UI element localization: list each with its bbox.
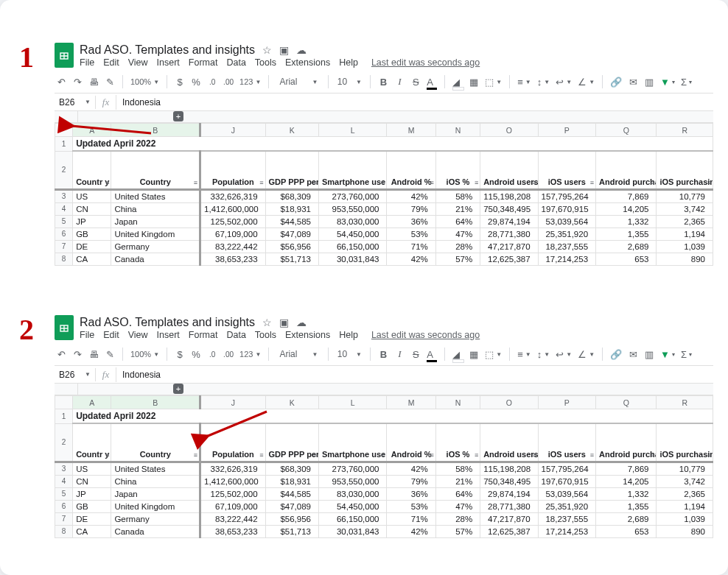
cell[interactable]: 30,031,843 <box>318 525 387 537</box>
cell[interactable]: 7,869 <box>596 189 657 202</box>
spreadsheet-grid-1[interactable]: A B J K L M N O P Q R 1 Updated April 20… <box>55 123 713 266</box>
cell[interactable]: DE <box>73 512 111 525</box>
header-cell[interactable]: Population≡ <box>200 151 265 189</box>
cell[interactable]: 1,039 <box>657 240 713 253</box>
filter-icon[interactable]: ≡ <box>651 179 654 186</box>
cell[interactable]: 953,550,000 <box>318 475 387 487</box>
col-header[interactable]: Q <box>596 124 657 137</box>
cell[interactable]: 54,450,000 <box>318 500 387 512</box>
filter-icon[interactable]: ≡ <box>194 451 197 459</box>
cell[interactable]: 42% <box>387 525 435 537</box>
cell[interactable]: 53,039,564 <box>538 215 595 227</box>
cell[interactable]: 1,412,600,000 <box>200 202 265 215</box>
row-header[interactable]: 1 <box>55 137 73 152</box>
cell[interactable]: $44,585 <box>265 215 318 227</box>
header-cell[interactable]: iOS purchasing power index≡ <box>657 423 713 462</box>
filter-icon[interactable]: ≡ <box>105 179 109 186</box>
filter-icon[interactable]: ≡ <box>475 179 478 186</box>
star-icon[interactable]: ☆ <box>262 317 272 328</box>
cell[interactable]: 36% <box>387 487 435 500</box>
col-header[interactable]: N <box>435 124 480 137</box>
filter-icon[interactable]: ≡ <box>381 451 385 459</box>
italic-icon[interactable]: I <box>394 348 405 360</box>
bold-icon[interactable]: B <box>378 349 388 360</box>
cell[interactable]: 67,109,000 <box>200 227 265 240</box>
cell[interactable]: 29,874,194 <box>480 487 538 500</box>
cell[interactable]: GB <box>73 500 111 512</box>
cell[interactable]: 890 <box>657 253 713 265</box>
filter-icon[interactable]: ≡ <box>475 451 478 459</box>
wrap-icon[interactable]: ↩▼ <box>556 349 572 360</box>
cell[interactable]: $68,309 <box>265 189 318 202</box>
cell[interactable]: 30,031,843 <box>318 253 387 265</box>
menu-help[interactable]: Help <box>339 330 358 340</box>
cell[interactable]: 1,194 <box>657 227 713 240</box>
table-row[interactable]: 3USUnited States332,626,319$68,309273,76… <box>55 189 713 202</box>
menu-edit[interactable]: Edit <box>103 330 119 340</box>
cell[interactable]: 64% <box>435 215 480 227</box>
cell[interactable]: DE <box>73 240 111 253</box>
filter-icon[interactable]: ≡ <box>532 451 536 459</box>
cell[interactable]: Canada <box>111 525 200 537</box>
fill-color-icon[interactable]: ◢ <box>452 349 463 360</box>
borders-icon[interactable]: ▦ <box>469 349 479 360</box>
v-align-icon[interactable]: ↕▼ <box>537 349 550 360</box>
filter-icon[interactable]: ≡ <box>707 179 711 186</box>
table-row[interactable]: 4CNChina1,412,600,000$18,931953,550,0007… <box>55 202 713 215</box>
col-header[interactable]: P <box>538 124 595 137</box>
last-edit-link[interactable]: Last edit was seconds ago <box>371 57 480 68</box>
filter-icon[interactable]: ≡ <box>707 451 711 459</box>
wrap-icon[interactable]: ↩▼ <box>556 77 572 88</box>
cell[interactable]: 83,222,442 <box>200 240 265 253</box>
cell[interactable]: Germany <box>111 240 200 253</box>
cell[interactable]: 28% <box>435 240 480 253</box>
col-header[interactable]: B <box>111 124 200 137</box>
cell[interactable]: 53% <box>387 500 435 512</box>
cell[interactable]: 42% <box>387 189 435 202</box>
col-header[interactable]: R <box>657 396 713 409</box>
cell[interactable]: 58% <box>435 462 480 475</box>
cell[interactable]: 28,771,380 <box>480 500 538 512</box>
cell[interactable]: $47,089 <box>265 500 318 512</box>
table-row[interactable]: 8CACanada38,653,233$51,71330,031,84342%5… <box>55 525 713 537</box>
row-header[interactable]: 6 <box>55 500 73 512</box>
cell[interactable]: United States <box>111 462 200 475</box>
header-cell[interactable]: Android %≡ <box>387 423 435 462</box>
menu-data[interactable]: Data <box>226 57 245 68</box>
cell[interactable]: 25,351,920 <box>538 227 595 240</box>
cell[interactable]: CN <box>73 475 111 487</box>
menu-tools[interactable]: Tools <box>255 330 276 340</box>
name-box[interactable]: B26▼ <box>55 368 96 381</box>
row-header[interactable]: 5 <box>55 215 73 227</box>
redo-icon[interactable]: ↷ <box>72 77 83 88</box>
font-size-select[interactable]: 10▼ <box>336 77 363 87</box>
col-header[interactable]: A <box>73 124 111 137</box>
header-cell[interactable]: Countr y code≡ <box>73 151 111 189</box>
cell[interactable]: 332,626,319 <box>200 462 265 475</box>
cell[interactable]: US <box>73 189 111 202</box>
table-row[interactable]: 4CNChina1,412,600,000$18,931953,550,0007… <box>55 475 713 487</box>
menu-data[interactable]: Data <box>226 330 245 340</box>
col-header[interactable]: M <box>387 124 435 137</box>
header-cell[interactable]: Android purchasing power index≡ <box>596 151 657 189</box>
header-cell[interactable]: iOS purchasing power index≡ <box>657 151 713 189</box>
link-icon[interactable]: 🔗 <box>610 77 622 88</box>
cell[interactable]: 21% <box>435 475 480 487</box>
cell[interactable]: 653 <box>596 525 657 537</box>
italic-icon[interactable]: I <box>394 76 405 88</box>
filter-icon[interactable]: ≡ <box>313 179 317 186</box>
borders-icon[interactable]: ▦ <box>469 77 479 88</box>
link-icon[interactable]: 🔗 <box>610 349 622 360</box>
cell[interactable]: 38,653,233 <box>200 525 265 537</box>
col-header[interactable]: P <box>538 396 595 409</box>
cell[interactable]: 7,869 <box>596 462 657 475</box>
cell[interactable]: China <box>111 202 200 215</box>
v-align-icon[interactable]: ↕▼ <box>537 77 550 88</box>
text-color-icon[interactable]: A <box>427 349 437 360</box>
cell[interactable]: JP <box>73 215 111 227</box>
font-size-select[interactable]: 10▼ <box>336 349 363 359</box>
row-header[interactable]: 2 <box>55 151 73 189</box>
cell[interactable]: 750,348,495 <box>480 475 538 487</box>
cell[interactable]: 1,194 <box>657 500 713 512</box>
header-cell[interactable]: Android users≡ <box>480 423 538 462</box>
